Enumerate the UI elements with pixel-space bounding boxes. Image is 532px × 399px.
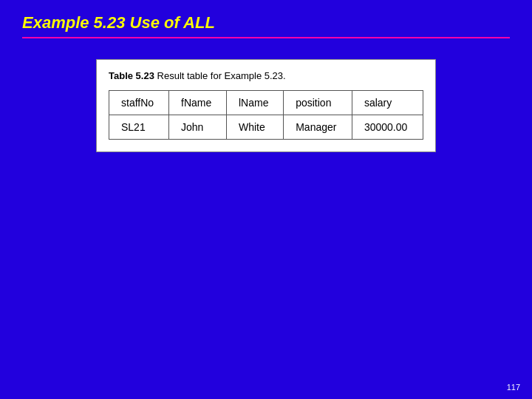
table-cell-0-1: John bbox=[169, 115, 227, 140]
table-header-lName: lName bbox=[227, 91, 284, 115]
content-area: Table 5.23 Result table for Example 5.23… bbox=[0, 44, 532, 167]
table-header-salary: salary bbox=[352, 91, 423, 115]
table-caption-label: Table 5.23 bbox=[109, 70, 154, 81]
table-caption: Table 5.23 Result table for Example 5.23… bbox=[109, 70, 423, 81]
table-header-position: position bbox=[284, 91, 352, 115]
title-area: Example 5.23 Use of ALL bbox=[0, 0, 532, 44]
title-underline bbox=[22, 37, 510, 38]
table-cell-0-3: Manager bbox=[284, 115, 352, 140]
page-title: Example 5.23 Use of ALL bbox=[22, 13, 510, 33]
table-cell-0-4: 30000.00 bbox=[352, 115, 423, 140]
table-header-fName: fName bbox=[169, 91, 227, 115]
data-table: staffNofNamelNamepositionsalary SL21John… bbox=[109, 90, 423, 140]
table-row: SL21JohnWhiteManager30000.00 bbox=[109, 115, 423, 140]
slide: Example 5.23 Use of ALL Table 5.23 Resul… bbox=[0, 0, 532, 399]
table-header-row: staffNofNamelNamepositionsalary bbox=[109, 91, 423, 115]
table-header-staffNo: staffNo bbox=[109, 91, 169, 115]
table-cell-0-2: White bbox=[227, 115, 284, 140]
page-number: 117 bbox=[507, 383, 520, 392]
table-container: Table 5.23 Result table for Example 5.23… bbox=[96, 59, 436, 152]
table-cell-0-0: SL21 bbox=[109, 115, 169, 140]
table-caption-text: Result table for Example 5.23. bbox=[157, 70, 286, 81]
